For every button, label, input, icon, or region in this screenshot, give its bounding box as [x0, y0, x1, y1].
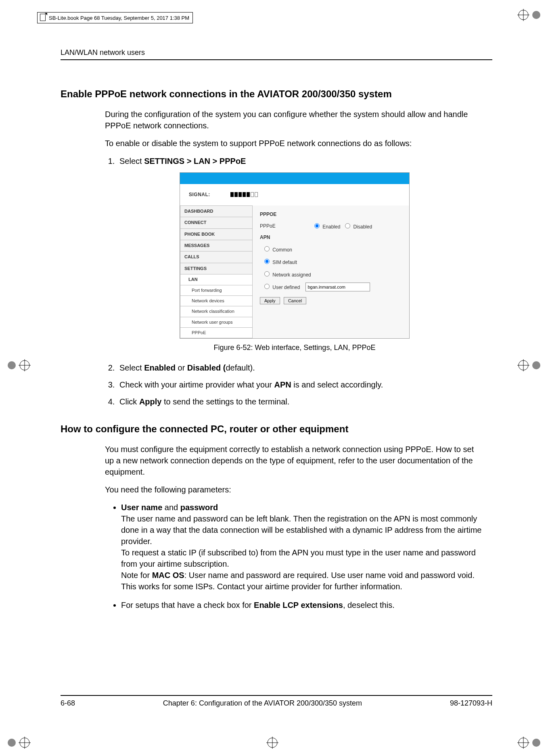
signal-label: SIGNAL:	[189, 191, 210, 198]
webif-sidenav: DASHBOARD CONNECT PHONE BOOK MESSAGES CA…	[180, 205, 253, 339]
figure-6-52: SIGNAL: DASHBOARD CONNECT PHONE BOOK MES…	[180, 172, 410, 339]
section2-p2: You need the following parameters:	[105, 484, 484, 495]
page-icon	[40, 14, 46, 22]
webif-header-bar	[180, 173, 409, 184]
running-head: LAN/WLAN network users	[61, 48, 492, 60]
cancel-button[interactable]: Cancel	[284, 297, 306, 304]
nav-network-devices[interactable]: Network devices	[180, 296, 253, 306]
section1-title: Enable PPPoE network connections in the …	[61, 88, 492, 100]
nav-connect[interactable]: CONNECT	[180, 217, 253, 228]
svg-point-22	[532, 739, 540, 747]
step1-pre: Select	[119, 157, 144, 165]
page-footer: 6-68 Chapter 6: Configuration of the AVI…	[61, 695, 492, 708]
bullet-username-password: User name and password The user name and…	[121, 502, 484, 592]
nav-messages[interactable]: MESSAGES	[180, 240, 253, 251]
footer-docnum: 98-127093-H	[450, 699, 492, 708]
apply-button[interactable]: Apply	[260, 297, 280, 304]
bullet-lcp-extensions: For setups that have a check box for Ena…	[121, 599, 484, 611]
reg-mark-bottom-right	[517, 737, 541, 749]
reg-mark-right	[517, 359, 541, 371]
radio-apn-sim-default[interactable]: SIM default	[262, 258, 297, 266]
nav-lan[interactable]: LAN	[180, 274, 253, 285]
svg-point-3	[532, 11, 540, 19]
svg-point-4	[8, 361, 16, 369]
nav-phonebook[interactable]: PHONE BOOK	[180, 229, 253, 240]
step-3: Check with your airtime provider what yo…	[117, 379, 484, 390]
print-header-text: SB-Lite.book Page 68 Tuesday, September …	[49, 15, 189, 21]
reg-mark-left	[7, 359, 31, 371]
svg-point-12	[8, 739, 16, 747]
radio-apn-common[interactable]: Common	[262, 245, 292, 253]
reg-mark-bottom-center	[266, 737, 278, 749]
print-header: SB-Lite.book Page 68 Tuesday, September …	[37, 12, 193, 23]
radio-apn-user-defined[interactable]: User defined	[262, 283, 300, 291]
input-apn-user-defined[interactable]	[305, 283, 370, 291]
section1-intro2: To enable or disable the system to suppo…	[105, 138, 484, 149]
section2-title: How to configure the connected PC, route…	[61, 423, 492, 435]
radio-pppoe-enabled[interactable]: Enabled	[312, 222, 340, 230]
apn-group-title: APN	[260, 234, 402, 241]
nav-settings[interactable]: SETTINGS	[180, 263, 253, 274]
section2-p1: You must configure the equipment correct…	[105, 444, 484, 477]
pppoe-field-label: PPPoE	[260, 223, 312, 230]
step-4: Click Apply to send the settings to the …	[117, 396, 484, 407]
reg-mark-bottom-left	[7, 737, 31, 749]
footer-chapter: Chapter 6: Configuration of the AVIATOR …	[163, 699, 362, 708]
pppoe-group-title: PPPOE	[260, 211, 402, 218]
signal-bars	[230, 192, 258, 197]
radio-pppoe-disabled[interactable]: Disabled	[343, 222, 372, 230]
step-1: Select SETTINGS > LAN > PPPoE	[117, 155, 484, 167]
nav-network-classification[interactable]: Network classification	[180, 306, 253, 317]
nav-network-user-groups[interactable]: Network user groups	[180, 317, 253, 328]
nav-pppoe[interactable]: PPPoE	[180, 328, 253, 338]
svg-point-11	[532, 361, 540, 369]
footer-page-number: 6-68	[61, 699, 75, 708]
step-2: Select Enabled or Disabled (default).	[117, 362, 484, 373]
section1-intro1: During the configuration of the system y…	[105, 109, 484, 131]
figure-caption: Figure 6-52: Web interface, Settings, LA…	[105, 343, 484, 353]
nav-dashboard[interactable]: DASHBOARD	[180, 205, 253, 217]
step1-bold: SETTINGS > LAN > PPPoE	[144, 157, 246, 165]
reg-mark-top-right	[517, 9, 541, 21]
nav-calls[interactable]: CALLS	[180, 251, 253, 263]
nav-port-forwarding[interactable]: Port forwarding	[180, 285, 253, 296]
radio-apn-network-assigned[interactable]: Network assigned	[262, 270, 311, 279]
